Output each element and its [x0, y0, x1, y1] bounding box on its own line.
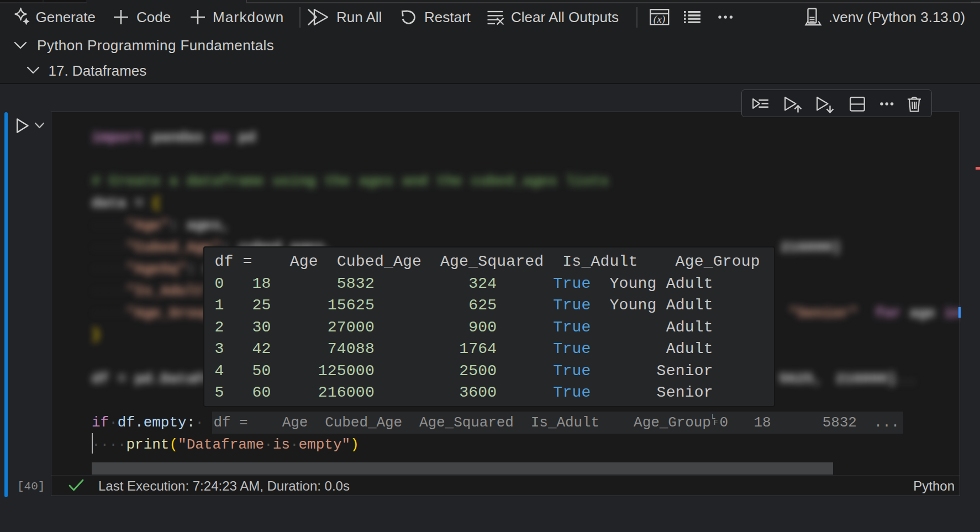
- svg-text:(x): (x): [654, 13, 666, 25]
